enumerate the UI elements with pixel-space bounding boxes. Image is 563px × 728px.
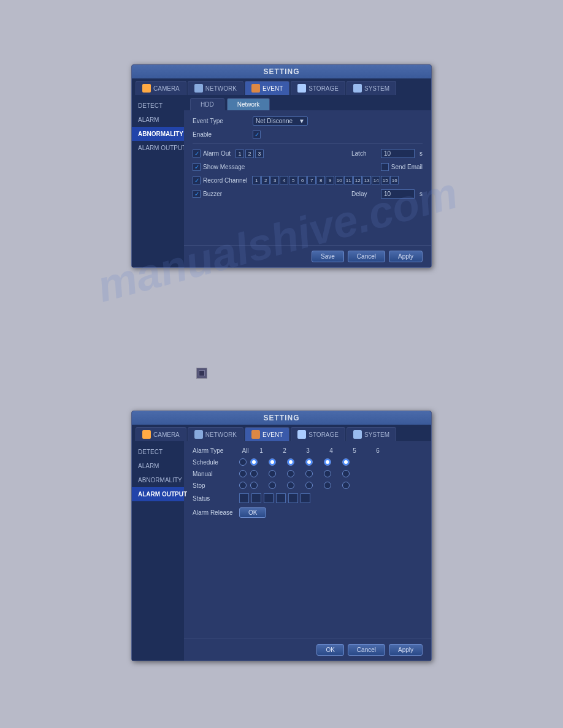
manual-radio-3[interactable] bbox=[287, 470, 294, 477]
col-1: 1 bbox=[255, 447, 267, 454]
event-type-row: Event Type Net Disconne ▼ bbox=[193, 116, 423, 126]
delay-input[interactable] bbox=[381, 189, 415, 199]
cancel-button-2[interactable]: Cancel bbox=[348, 644, 385, 656]
tab-camera[interactable]: CAMERA bbox=[136, 81, 186, 95]
alarm-output-table: Alarm Type All 1 2 3 4 5 6 Sched bbox=[184, 441, 431, 528]
alarm-num-3[interactable]: 3 bbox=[255, 150, 264, 158]
col-3: 3 bbox=[302, 447, 314, 454]
stop-all-radio[interactable] bbox=[239, 482, 247, 489]
rc-13[interactable]: 13 bbox=[362, 176, 371, 184]
tab-network[interactable]: NETWORK bbox=[188, 81, 243, 95]
alarm-type-header-row: Alarm Type All 1 2 3 4 5 6 bbox=[193, 447, 423, 454]
tab2-system[interactable]: SYSTEM bbox=[347, 427, 396, 441]
rc-8[interactable]: 8 bbox=[316, 176, 325, 184]
tab2-camera[interactable]: CAMERA bbox=[136, 427, 186, 441]
rc-5[interactable]: 5 bbox=[289, 176, 297, 184]
col-4: 4 bbox=[325, 447, 337, 454]
tab-system-label: SYSTEM bbox=[364, 85, 389, 92]
schedule-radio-6[interactable] bbox=[342, 458, 350, 466]
schedule-radio-5[interactable] bbox=[324, 458, 331, 466]
alarm-num-1[interactable]: 1 bbox=[236, 150, 244, 158]
system-icon bbox=[353, 84, 362, 93]
send-email-label: Send Email bbox=[391, 164, 423, 170]
sidebar2-item-alarm[interactable]: ALARM bbox=[132, 459, 184, 473]
alarm-release-ok-button[interactable]: OK bbox=[239, 507, 266, 518]
system-icon-2 bbox=[353, 430, 362, 439]
status-box-3 bbox=[264, 493, 274, 503]
alarm-out-checkbox[interactable] bbox=[193, 150, 201, 157]
rc-4[interactable]: 4 bbox=[280, 176, 288, 184]
subtab-network[interactable]: Network bbox=[227, 98, 270, 110]
alarm-out-nums: 1 2 3 bbox=[236, 150, 264, 158]
save-button[interactable]: Save bbox=[312, 251, 344, 262]
sidebar-item-alarm-output[interactable]: ALARM OUTPUT bbox=[132, 141, 184, 155]
stop-radio-4[interactable] bbox=[305, 482, 313, 489]
schedule-radio-3[interactable] bbox=[287, 458, 294, 466]
latch-label: Latch bbox=[351, 150, 376, 157]
stop-radio-2[interactable] bbox=[269, 482, 276, 489]
stop-radio-6[interactable] bbox=[342, 482, 350, 489]
dialog-1-content: DETECT ALARM ABNORMALITY ALARM OUTPUT HD… bbox=[132, 95, 431, 267]
manual-radios bbox=[250, 470, 350, 477]
cancel-button[interactable]: Cancel bbox=[348, 251, 385, 262]
apply-button-2[interactable]: Apply bbox=[389, 644, 423, 656]
send-email-checkbox[interactable] bbox=[381, 163, 389, 171]
stop-radio-5[interactable] bbox=[324, 482, 331, 489]
manual-radio-5[interactable] bbox=[324, 470, 331, 477]
tab-event[interactable]: EVENT bbox=[245, 81, 289, 95]
sidebar2-item-detect[interactable]: DETECT bbox=[132, 445, 184, 459]
tab-storage[interactable]: STORAGE bbox=[291, 81, 345, 95]
col-2: 2 bbox=[278, 447, 291, 454]
schedule-radio-1[interactable] bbox=[250, 458, 258, 466]
record-channel-checkbox[interactable] bbox=[193, 176, 201, 184]
rc-2[interactable]: 2 bbox=[261, 176, 270, 184]
tab2-network[interactable]: NETWORK bbox=[188, 427, 243, 441]
rc-11[interactable]: 11 bbox=[344, 176, 353, 184]
stop-radio-3[interactable] bbox=[287, 482, 294, 489]
event-type-value: Net Disconne bbox=[256, 118, 293, 124]
rc-15[interactable]: 15 bbox=[381, 176, 389, 184]
event-type-dropdown[interactable]: Net Disconne ▼ bbox=[253, 116, 308, 126]
apply-button[interactable]: Apply bbox=[389, 251, 423, 262]
rc-9[interactable]: 9 bbox=[326, 176, 334, 184]
sidebar-item-abnormality[interactable]: ABNORMALITY bbox=[132, 127, 184, 141]
manual-radio-4[interactable] bbox=[305, 470, 313, 477]
sidebar2-item-abnormality[interactable]: ABNORMALITY bbox=[132, 473, 184, 487]
tab2-event[interactable]: EVENT bbox=[245, 427, 289, 441]
schedule-all-radio[interactable] bbox=[239, 458, 247, 466]
rc-14[interactable]: 14 bbox=[372, 176, 380, 184]
latch-input[interactable] bbox=[381, 149, 415, 158]
rc-3[interactable]: 3 bbox=[270, 176, 279, 184]
tab-system[interactable]: SYSTEM bbox=[347, 81, 396, 95]
tab2-storage[interactable]: STORAGE bbox=[291, 427, 345, 441]
col-6: 6 bbox=[372, 447, 384, 454]
sidebar-item-alarm[interactable]: ALARM bbox=[132, 113, 184, 127]
tab2-storage-label: STORAGE bbox=[308, 431, 339, 438]
network-icon bbox=[194, 84, 203, 93]
schedule-radio-4[interactable] bbox=[305, 458, 313, 466]
rc-6[interactable]: 6 bbox=[298, 176, 307, 184]
rc-7[interactable]: 7 bbox=[307, 176, 316, 184]
subtab-hdd[interactable]: HDD bbox=[190, 98, 224, 110]
sidebar2-item-alarm-output[interactable]: ALARM OUTPUT bbox=[132, 487, 184, 501]
manual-radio-2[interactable] bbox=[269, 470, 276, 477]
rc-10[interactable]: 10 bbox=[335, 176, 343, 184]
rc-12[interactable]: 12 bbox=[353, 176, 362, 184]
rc-16[interactable]: 16 bbox=[390, 176, 399, 184]
sidebar-item-detect[interactable]: DETECT bbox=[132, 99, 184, 113]
rc-1[interactable]: 1 bbox=[252, 176, 261, 184]
alarm-num-2[interactable]: 2 bbox=[245, 150, 254, 158]
manual-label: Manual bbox=[193, 471, 236, 477]
show-message-wrapper: Show Message bbox=[193, 163, 245, 171]
stop-label: Stop bbox=[193, 482, 236, 489]
schedule-radio-2[interactable] bbox=[269, 458, 276, 466]
manual-radio-1[interactable] bbox=[250, 470, 258, 477]
show-message-checkbox[interactable] bbox=[193, 163, 201, 171]
stop-radio-1[interactable] bbox=[250, 482, 258, 489]
manual-radio-6[interactable] bbox=[342, 470, 350, 477]
delay-unit: s bbox=[419, 191, 423, 197]
ok-button-2[interactable]: OK bbox=[316, 644, 343, 656]
manual-all-radio[interactable] bbox=[239, 470, 247, 477]
buzzer-checkbox[interactable] bbox=[193, 190, 201, 198]
enable-checkbox[interactable] bbox=[253, 131, 261, 138]
